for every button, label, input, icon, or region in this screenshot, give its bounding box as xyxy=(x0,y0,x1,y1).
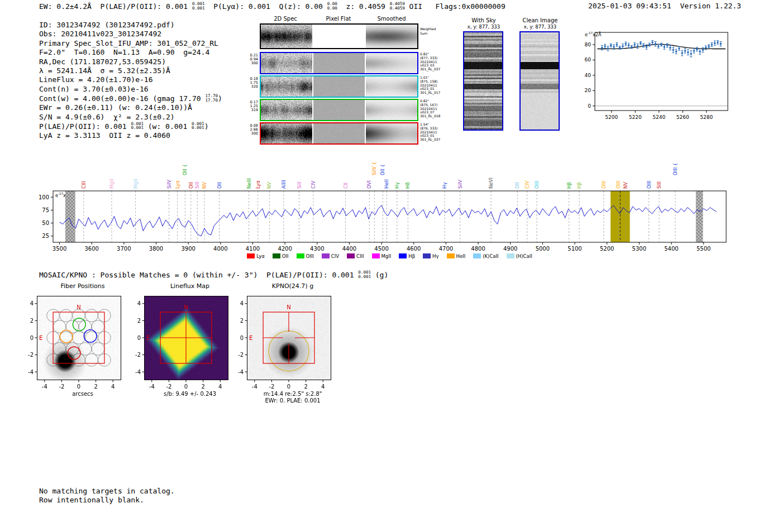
spec2d-column-title: Pixel Flat xyxy=(313,16,364,22)
lineflux-map-cutout xyxy=(124,290,236,402)
detection-info-line: Cont(n) = 3.70(±0.03)e-16 xyxy=(39,85,222,94)
mosaic-match-line: MOSAIC/KPNO : Possible Matches = 0 (with… xyxy=(39,270,388,280)
pixel-flat-image xyxy=(313,25,365,48)
masked-region xyxy=(696,191,703,242)
clean-spectrum-image xyxy=(521,32,559,130)
stacked-value: 0.0010.001 xyxy=(358,270,371,279)
data-point xyxy=(669,47,671,49)
x-tick-label: 5280 xyxy=(700,114,713,120)
emission-line-label: NV xyxy=(623,182,628,189)
data-point xyxy=(610,45,612,47)
x-tick-label: 4600 xyxy=(407,246,421,252)
x-tick-label: 5100 xyxy=(568,246,581,252)
kpno-xlabel-ew: EWr: 0. PLAE: 0.001 xyxy=(227,397,338,404)
y-tick-label: 20 xyxy=(585,88,592,93)
detection-info-line: LyA z = 3.3113 OII z = 0.4060 xyxy=(39,131,222,140)
data-point xyxy=(666,45,669,47)
detection-info-line: ID: 3012347492 (3012347492.pdf) xyxy=(39,21,222,30)
fiber-positions-xlabel: arcsecs xyxy=(17,391,128,397)
detection-info-block: ID: 3012347492 (3012347492.pdf)Obs: 2021… xyxy=(39,21,222,140)
stacked-value: 17.7017.70 xyxy=(205,94,218,102)
x-tick-label: 5220 xyxy=(629,114,642,120)
spec2d-row-meta: 0.82"(875, 167)20210411v023_07301_RL_018 xyxy=(420,99,447,118)
fiber-positions-title: Fiber Positions xyxy=(17,282,128,290)
y-tick-label: 75 xyxy=(42,207,49,213)
data-point xyxy=(693,50,695,52)
emission-line-label: OII xyxy=(217,182,222,189)
emission-line-label: HeII xyxy=(384,179,389,189)
x-tick-label: 3600 xyxy=(84,246,98,252)
detection-info-line: EWr = 0.26(±0.11) (w: 0.24(±0.10))Å xyxy=(39,103,222,112)
x-tick-label: 5000 xyxy=(536,246,550,252)
emission-line-label: OIII xyxy=(601,181,607,189)
spec2d-row-stats: 0.181.75320 xyxy=(242,77,258,89)
pixel-flat-image xyxy=(313,76,365,97)
data-point xyxy=(699,51,701,53)
kpno-title: KPNO(24.7) g xyxy=(227,282,338,290)
data-point xyxy=(646,46,648,48)
data-point xyxy=(631,46,633,48)
spec2d-stat-value: 320 xyxy=(242,85,258,89)
spec2d-meta-line: Sum xyxy=(420,31,447,36)
stack-bottom: 0.00 xyxy=(327,6,337,11)
x-tick-label: 3700 xyxy=(117,246,131,252)
emission-line-label: OIII { xyxy=(673,163,678,175)
spec2d-column-title: 2D Spec xyxy=(260,16,311,22)
spec2d-row xyxy=(260,75,418,98)
stack-bottom: 0.001 xyxy=(192,6,205,11)
detection-info-line: Obs: 20210411v023_3012347492 xyxy=(39,30,222,39)
y-tick-label: 40 xyxy=(585,73,592,78)
x-tick-label: 5400 xyxy=(664,246,678,252)
stacked-value: 0.000.00 xyxy=(327,2,337,10)
withsky-image-panel xyxy=(463,31,503,131)
emission-line-label: Hβ xyxy=(566,182,572,189)
data-point xyxy=(624,43,627,45)
detection-info-line: LineFlux = 4.20(±1.70)e-16 xyxy=(39,75,222,84)
data-point xyxy=(702,49,704,51)
spec2d-image xyxy=(261,25,312,48)
smoothed-image xyxy=(366,123,417,143)
stacked-value: 0.0010.001 xyxy=(131,122,144,130)
spec2d-row xyxy=(260,23,418,49)
emission-line-label: Lyα xyxy=(175,180,180,189)
spec2d-row-stats: 0.171.25319 xyxy=(242,100,258,112)
emission-line-label: OII { xyxy=(182,164,188,175)
spec2d-image xyxy=(261,76,312,97)
clean-image-panel xyxy=(519,31,560,131)
stack-bottom: 0.001 xyxy=(358,275,371,279)
emission-line-label: AlIII xyxy=(281,180,287,189)
emission-line-label: OII { xyxy=(380,164,385,175)
spec2d-row xyxy=(260,99,418,121)
catalog-note-1: No matching targets in catalog. xyxy=(39,487,175,496)
data-point xyxy=(601,47,603,49)
clean-image-coords: x, y: 877, 333 xyxy=(519,24,561,30)
x-tick-label: 5240 xyxy=(652,114,665,120)
data-point xyxy=(660,44,662,46)
data-point xyxy=(616,44,618,46)
spec2d-column-title: Smoothed xyxy=(366,16,417,22)
emission-line-label: CIII xyxy=(81,181,87,189)
data-point xyxy=(613,46,615,48)
y-tick-label: 25 xyxy=(42,233,49,239)
emission-line-label: OII xyxy=(188,182,194,189)
data-point xyxy=(672,49,674,51)
emission-line-label: OVI xyxy=(366,180,372,189)
emission-line-label: SiII xyxy=(194,181,200,189)
kpno-xlabel-photometry: m:14.4 re:2.5" s:2.8" xyxy=(227,391,338,397)
data-point xyxy=(657,45,660,47)
header-summary: EW: 0.2±4.2Å P(LAE)/P(OII): 0.001 0.0010… xyxy=(39,2,506,11)
spec2d-meta-line: 301_RL_018 xyxy=(420,114,447,118)
withsky-title: With Sky xyxy=(463,17,504,23)
stack-bottom: 17.70 xyxy=(205,98,218,103)
y-tick-label: 80 xyxy=(585,42,592,47)
stacked-value: 0.0010.001 xyxy=(192,2,205,10)
emission-line-label: SiIV { xyxy=(371,162,377,175)
emission-line-label: MgII xyxy=(133,179,139,189)
emission-line-label: Hγ xyxy=(394,183,400,189)
x-tick-label: 3500 xyxy=(53,246,66,252)
x-tick-label: 5200 xyxy=(605,114,618,120)
detection-info-line: RA,Dec (171.187027,53.059425) xyxy=(39,57,222,66)
data-point xyxy=(717,41,719,44)
data-point xyxy=(696,48,698,50)
x-tick-label: 4400 xyxy=(342,246,356,252)
